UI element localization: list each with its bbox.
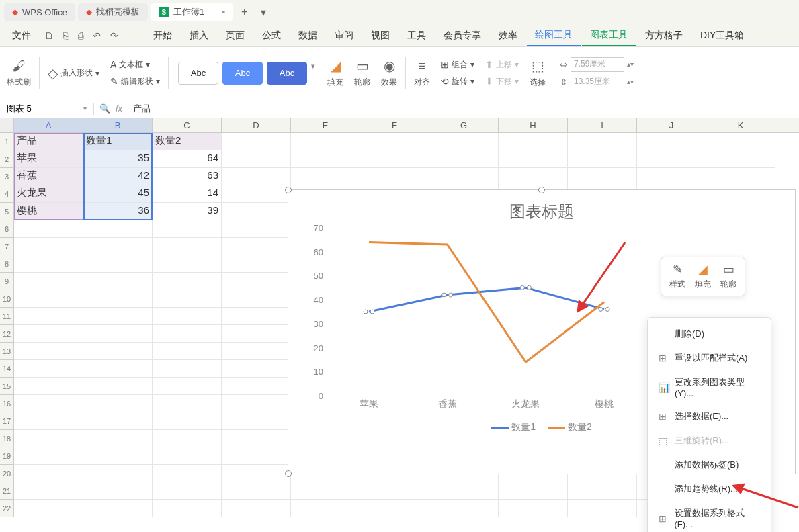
cell[interactable] [222,482,291,500]
cell[interactable] [360,482,429,500]
cell[interactable] [14,430,83,447]
style-abc-3[interactable]: Abc [267,62,307,85]
effects-button[interactable]: ◉效果 [378,55,400,91]
cell[interactable] [637,150,706,168]
cell[interactable] [83,500,153,517]
cell[interactable] [14,378,83,395]
text-box-button[interactable]: A文本框 ▾ [108,58,163,72]
cell[interactable]: 产品 [14,133,83,150]
cell[interactable] [14,290,83,308]
cell[interactable] [499,168,568,185]
cell[interactable] [291,500,360,517]
cell[interactable]: 45 [83,185,153,203]
cell[interactable] [222,412,291,430]
formula-input[interactable]: 产品 [128,103,799,115]
cell[interactable] [222,290,291,308]
tab-icon[interactable]: ⎘ [59,28,73,44]
cell[interactable] [637,133,706,150]
cell[interactable] [360,500,429,517]
cell[interactable]: 42 [83,168,153,185]
cell[interactable] [222,220,291,238]
select-button[interactable]: ⬚选择 [527,55,548,91]
menu-draw-tools[interactable]: 绘图工具 [527,25,581,46]
zoom-icon[interactable]: 🔍 [99,103,110,114]
cell[interactable]: 香蕉 [14,168,83,185]
cell[interactable] [14,482,83,500]
cell[interactable] [83,290,153,308]
style-abc-1[interactable]: Abc [178,62,218,85]
cell[interactable] [499,133,568,150]
cell[interactable] [222,150,291,168]
save-icon[interactable]: 🗋 [40,28,58,44]
menu-view[interactable]: 视图 [363,26,398,46]
cell[interactable] [429,482,499,500]
cell[interactable] [153,447,222,465]
ctx-add-trend[interactable]: 添加趋势线(R)... [648,477,771,501]
cell[interactable] [14,447,83,465]
cell[interactable] [222,343,291,360]
cell[interactable] [222,325,291,343]
cell[interactable]: 35 [83,150,153,168]
cell[interactable] [83,325,153,343]
redo-icon[interactable]: ↷ [106,28,122,44]
cell[interactable] [499,150,568,168]
cell[interactable] [568,150,637,168]
width-input[interactable] [571,57,624,72]
menu-data[interactable]: 数据 [290,26,325,46]
cell[interactable] [291,482,360,500]
cell[interactable] [153,395,222,412]
cell[interactable] [83,308,153,325]
align-button[interactable]: ≡对齐 [411,56,433,91]
cell[interactable] [153,220,222,238]
cell[interactable]: 64 [153,150,222,168]
cell[interactable] [222,395,291,412]
cell[interactable] [83,360,153,378]
float-outline-button[interactable]: ▭轮廓 [720,263,737,290]
cell[interactable] [14,308,83,325]
cell[interactable] [153,255,222,273]
cell[interactable] [14,412,83,430]
cell[interactable] [568,482,637,500]
cell[interactable] [222,465,291,482]
cell[interactable] [222,133,291,150]
menu-page[interactable]: 页面 [218,26,253,46]
cell[interactable] [360,133,429,150]
cell[interactable] [222,255,291,273]
cell[interactable]: 14 [153,185,222,203]
ctx-add-label[interactable]: 添加数据标签(B) [648,453,771,477]
menu-efficiency[interactable]: 效率 [491,26,525,46]
cell[interactable] [222,203,291,220]
tab-wps-office[interactable]: ◆WPS Office [4,3,75,21]
cell[interactable] [83,255,153,273]
undo-icon[interactable]: ↶ [89,28,105,44]
cell[interactable] [429,168,499,185]
fill-button[interactable]: ◢填充 [325,55,346,91]
cell[interactable] [291,168,360,185]
cell[interactable] [429,133,499,150]
fx-icon[interactable]: fx [116,103,122,114]
cell[interactable] [153,273,222,290]
cell[interactable] [153,482,222,500]
cell[interactable] [153,290,222,308]
cell[interactable] [153,325,222,343]
ctx-delete[interactable]: 删除(D) [648,322,771,346]
menu-chart-tools[interactable]: 图表工具 [582,25,636,46]
cell[interactable]: 63 [153,168,222,185]
cell[interactable] [153,238,222,255]
cell[interactable] [222,168,291,185]
cell[interactable] [153,412,222,430]
cell[interactable] [14,238,83,255]
cell[interactable] [499,500,568,517]
cell[interactable] [83,447,153,465]
chart-plot-area[interactable]: 010203040506070 苹果香蕉火龙果樱桃 [308,228,644,409]
cell[interactable] [153,465,222,482]
cell[interactable] [83,430,153,447]
cell[interactable] [222,185,291,203]
cell[interactable] [153,360,222,378]
cell[interactable] [568,500,637,517]
ctx-select-data[interactable]: ⊞选择数据(E)... [648,404,771,429]
chart-title[interactable]: 图表标题 [288,190,795,228]
cell[interactable]: 火龙果 [14,185,83,203]
name-box[interactable]: 图表 5▾ [0,103,94,115]
resize-handle[interactable] [538,187,545,193]
